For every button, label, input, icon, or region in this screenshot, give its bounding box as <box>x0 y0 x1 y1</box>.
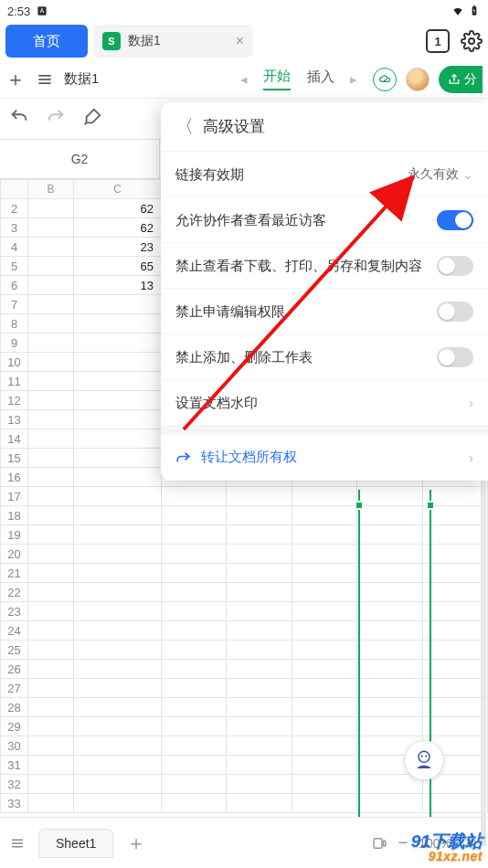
row-header[interactable]: 21 <box>1 564 28 583</box>
cell[interactable] <box>292 660 356 679</box>
cell[interactable] <box>28 602 74 621</box>
cell[interactable] <box>162 487 227 506</box>
cell[interactable] <box>227 621 292 640</box>
cell[interactable] <box>28 660 74 679</box>
cell[interactable] <box>74 410 162 429</box>
cell[interactable] <box>28 756 74 775</box>
cell[interactable] <box>227 756 292 775</box>
cell[interactable] <box>162 660 227 679</box>
cell[interactable] <box>28 314 74 333</box>
row-watermark[interactable]: 设置文档水印 › <box>161 380 488 426</box>
cell[interactable] <box>74 525 162 545</box>
cell[interactable] <box>28 545 74 564</box>
row-header[interactable]: 25 <box>1 640 28 660</box>
cell[interactable] <box>74 640 162 660</box>
row-header[interactable]: 5 <box>1 257 28 276</box>
cell[interactable] <box>162 583 227 602</box>
cell[interactable] <box>227 775 292 794</box>
row-header[interactable]: 11 <box>1 372 28 391</box>
cell[interactable] <box>162 679 227 698</box>
row-header[interactable]: 10 <box>1 353 28 372</box>
cell[interactable] <box>28 295 74 314</box>
cell[interactable] <box>357 545 422 564</box>
row-header[interactable]: 33 <box>1 794 28 813</box>
cell[interactable] <box>227 679 292 698</box>
cell[interactable] <box>28 525 74 545</box>
cell[interactable] <box>357 679 422 698</box>
row-header[interactable]: 27 <box>1 679 28 698</box>
cell[interactable] <box>227 794 292 813</box>
assistant-bubble[interactable] <box>404 740 444 780</box>
cell[interactable] <box>357 506 422 525</box>
cell[interactable] <box>74 468 162 487</box>
cell[interactable] <box>74 487 162 506</box>
ribbon-tab-insert[interactable]: 插入 <box>307 69 334 90</box>
row-header[interactable]: 8 <box>1 314 28 333</box>
cell[interactable]: 62 <box>74 199 162 218</box>
cell[interactable] <box>357 640 422 660</box>
cell[interactable]: 65 <box>74 257 162 276</box>
cell[interactable] <box>292 717 356 736</box>
cell[interactable] <box>227 736 292 756</box>
cell[interactable] <box>74 775 162 794</box>
cell[interactable] <box>74 506 162 525</box>
document-name[interactable]: 数据1 <box>64 70 99 88</box>
cell[interactable] <box>28 238 74 257</box>
row-header[interactable]: 20 <box>1 545 28 564</box>
column-header[interactable] <box>1 180 28 199</box>
cell[interactable] <box>28 372 74 391</box>
row-header[interactable]: 23 <box>1 602 28 621</box>
cell[interactable] <box>422 621 487 640</box>
cell[interactable] <box>28 468 74 487</box>
row-header[interactable]: 13 <box>1 410 28 429</box>
cell[interactable] <box>227 487 292 506</box>
back-icon[interactable]: 〈 <box>175 114 194 139</box>
cell[interactable] <box>422 660 487 679</box>
cell[interactable] <box>292 487 356 506</box>
cell[interactable] <box>292 545 356 564</box>
cell[interactable] <box>74 333 162 353</box>
cell[interactable] <box>422 640 487 660</box>
cell[interactable] <box>422 698 487 717</box>
cell[interactable] <box>292 736 356 756</box>
row-header[interactable]: 26 <box>1 660 28 679</box>
cell[interactable] <box>162 698 227 717</box>
row-header[interactable]: 24 <box>1 621 28 640</box>
cell[interactable] <box>28 199 74 218</box>
cell[interactable] <box>422 564 487 583</box>
row-header[interactable]: 16 <box>1 468 28 487</box>
cell[interactable] <box>227 545 292 564</box>
row-transfer-ownership[interactable]: 转让文档所有权 › <box>161 435 488 481</box>
cell[interactable] <box>28 640 74 660</box>
redo-icon[interactable] <box>46 107 66 132</box>
cell[interactable] <box>357 621 422 640</box>
cell[interactable] <box>292 698 356 717</box>
cell[interactable] <box>28 564 74 583</box>
home-tab[interactable]: 首页 <box>5 25 88 58</box>
cell[interactable] <box>422 794 487 813</box>
cell[interactable] <box>74 314 162 333</box>
cell[interactable] <box>422 717 487 736</box>
cell[interactable] <box>74 545 162 564</box>
document-tab[interactable]: S 数据1 × <box>93 25 253 58</box>
cell[interactable] <box>422 545 487 564</box>
cell[interactable] <box>162 525 227 545</box>
cell[interactable] <box>292 506 356 525</box>
row-header[interactable]: 2 <box>1 199 28 218</box>
cell[interactable] <box>28 775 74 794</box>
cell[interactable] <box>74 429 162 449</box>
cell[interactable] <box>162 545 227 564</box>
row-header[interactable]: 19 <box>1 525 28 545</box>
row-header[interactable]: 3 <box>1 218 28 238</box>
cell[interactable]: 23 <box>74 238 162 257</box>
cell[interactable] <box>74 353 162 372</box>
cell[interactable] <box>162 794 227 813</box>
cell[interactable] <box>292 640 356 660</box>
row-header[interactable]: 12 <box>1 391 28 410</box>
sheet-list-icon[interactable] <box>9 835 26 852</box>
cell[interactable] <box>28 698 74 717</box>
cell[interactable] <box>28 429 74 449</box>
cell[interactable] <box>74 449 162 468</box>
cell[interactable] <box>227 602 292 621</box>
cell[interactable] <box>74 756 162 775</box>
